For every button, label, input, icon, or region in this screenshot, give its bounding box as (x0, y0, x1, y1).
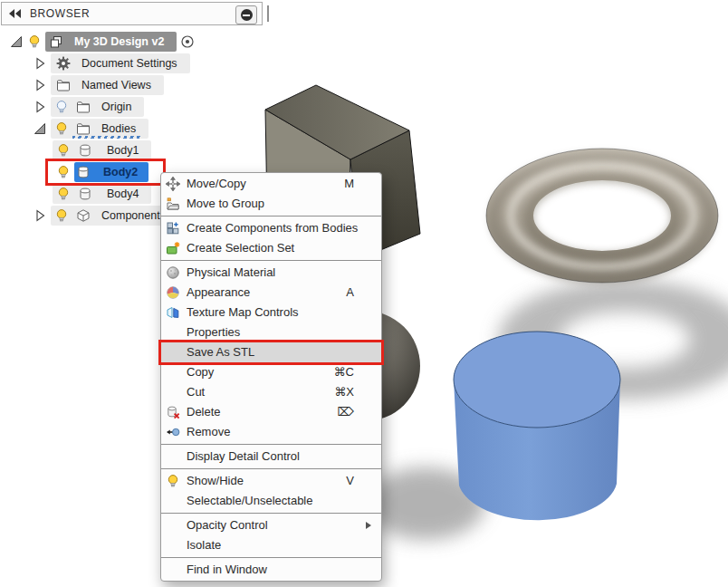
menu-item-shortcut: M (344, 174, 354, 194)
tree-item-label: Bodies (101, 122, 136, 135)
bulb-on-icon[interactable] (54, 121, 69, 136)
bulb-on-icon[interactable] (54, 208, 69, 223)
bulb-on-icon[interactable] (27, 34, 42, 49)
cube-icon (76, 208, 91, 223)
tree-item-body4[interactable]: Body4 (0, 183, 151, 205)
tri-collapsed-icon[interactable] (33, 78, 47, 92)
context-menu: Move/CopyMMove to GroupCreate Components… (160, 172, 382, 582)
menu-item-label: Opacity Control (187, 515, 268, 535)
component-group-icon (49, 34, 63, 49)
menu-item-appearance[interactable]: AppearanceA (161, 283, 381, 303)
bulb-on-icon[interactable] (56, 165, 71, 179)
menu-item-label: Properties (187, 322, 240, 342)
tree-item-origin[interactable]: Origin (0, 96, 144, 118)
tree-item-root[interactable]: My 3D Design v2 (0, 31, 195, 53)
bulb-off-icon[interactable] (54, 100, 69, 114)
tri-collapsed-icon[interactable] (33, 56, 47, 71)
menu-item-label: Create Selection Set (187, 238, 294, 258)
tree-row-bg: Body2 (53, 162, 148, 182)
drag-target-dashes (72, 136, 141, 139)
menu-item-opacity-control[interactable]: Opacity Control (161, 515, 381, 535)
create-components-icon (166, 221, 180, 236)
tree-item-body1[interactable]: Body1 (0, 140, 151, 161)
tree-item-label: Body2 (103, 166, 138, 178)
menu-item-label: Display Detail Control (187, 447, 300, 467)
menu-item-label: Texture Map Controls (187, 303, 299, 322)
move-to-group-icon (166, 197, 180, 211)
menu-item-label: Copy (187, 362, 214, 382)
texture-map-icon (166, 305, 180, 320)
torus-body[interactable] (486, 149, 718, 283)
tree-item-label: Component (101, 209, 160, 222)
tree-selection-blue: Body2 (74, 162, 148, 182)
folder-icon (76, 100, 91, 114)
menu-item-show-hide[interactable]: Show/HideV (161, 471, 381, 491)
tri-collapsed-icon[interactable] (33, 208, 47, 223)
menu-item-copy[interactable]: Copy⌘C (161, 362, 381, 382)
tree-row-bg: Origin (51, 97, 144, 117)
cylinder-icon (78, 187, 92, 201)
menu-item-label: Delete (187, 402, 221, 422)
menu-item-label: Remove (187, 422, 230, 442)
menu-item-label: Cut (187, 382, 205, 402)
tree-row-bg: Document Settings (51, 53, 190, 73)
tree-row-bg: Named Views (51, 75, 164, 95)
menu-item-shortcut: V (346, 471, 354, 491)
menu-item-cut[interactable]: Cut⌘X (161, 382, 381, 402)
menu-item-move-copy[interactable]: Move/CopyM (161, 174, 381, 194)
tri-collapsed-icon[interactable] (33, 100, 47, 114)
activate-component-radio[interactable] (180, 34, 195, 49)
tree-item-document-settings[interactable]: Document Settings (0, 53, 190, 74)
menu-item-label: Save As STL (187, 342, 254, 362)
tree-row-bg: Body1 (53, 140, 151, 160)
bulb-on-icon[interactable] (56, 187, 71, 201)
menu-item-selectable-unselectable[interactable]: Selectable/Unselectable (161, 491, 381, 511)
cylinder-icon (78, 143, 92, 158)
menu-item-shortcut: ⌦ (338, 402, 354, 422)
tree-item-named-views[interactable]: Named Views (0, 74, 164, 96)
bulb-on-icon[interactable] (56, 143, 71, 158)
tree-item-label: Origin (101, 101, 131, 113)
folder-icon (56, 78, 71, 92)
folder-icon (76, 121, 91, 136)
menu-item-label: Isolate (187, 535, 221, 555)
menu-item-label: Show/Hide (187, 471, 244, 491)
delete-icon (166, 405, 180, 419)
menu-item-properties[interactable]: Properties (161, 322, 381, 342)
menu-item-label: Selectable/Unselectable (187, 491, 312, 511)
tree-row-bg: Component (51, 206, 173, 226)
tree-item-body2[interactable]: Body2 (0, 161, 148, 183)
menu-item-create-components-from-bodies[interactable]: Create Components from Bodies (161, 218, 381, 238)
tree-item-component[interactable]: Component (0, 205, 173, 226)
cylinder-body[interactable] (454, 332, 620, 520)
bulb-icon (166, 474, 180, 488)
menu-item-find-in-window[interactable]: Find in Window (161, 560, 381, 580)
menu-item-create-selection-set[interactable]: Create Selection Set (161, 238, 381, 258)
menu-item-isolate[interactable]: Isolate (161, 535, 381, 555)
menu-item-physical-material[interactable]: Physical Material (161, 263, 381, 283)
tree-row-bg: Body4 (53, 184, 151, 204)
submenu-arrow-icon (366, 522, 371, 529)
menu-item-label: Find in Window (187, 560, 267, 580)
tri-expanded-icon[interactable] (9, 34, 24, 49)
menu-item-save-as-stl[interactable]: Save As STL (161, 342, 381, 362)
tri-expanded-icon[interactable] (33, 121, 47, 136)
tree-item-label: Document Settings (81, 57, 177, 70)
tree-item-label: Named Views (81, 79, 151, 91)
menu-item-move-to-group[interactable]: Move to Group (161, 194, 381, 214)
menu-item-texture-map-controls[interactable]: Texture Map Controls (161, 303, 381, 322)
move-copy-icon (166, 177, 180, 191)
menu-item-shortcut: ⌘C (334, 362, 354, 382)
cylinder-icon (76, 165, 91, 179)
menu-item-label: Appearance (187, 283, 250, 303)
menu-item-label: Move/Copy (187, 174, 246, 194)
tree-item-label: My 3D Design v2 (74, 35, 164, 48)
menu-item-remove[interactable]: Remove (161, 422, 381, 442)
menu-item-label: Move to Group (187, 194, 264, 214)
appearance-icon (166, 285, 180, 300)
create-selection-set-icon (166, 241, 180, 255)
physical-material-icon (166, 265, 180, 280)
menu-item-display-detail-control[interactable]: Display Detail Control (161, 447, 381, 467)
tree-item-bodies[interactable]: Bodies (0, 118, 148, 140)
menu-item-delete[interactable]: Delete⌦ (161, 402, 381, 422)
